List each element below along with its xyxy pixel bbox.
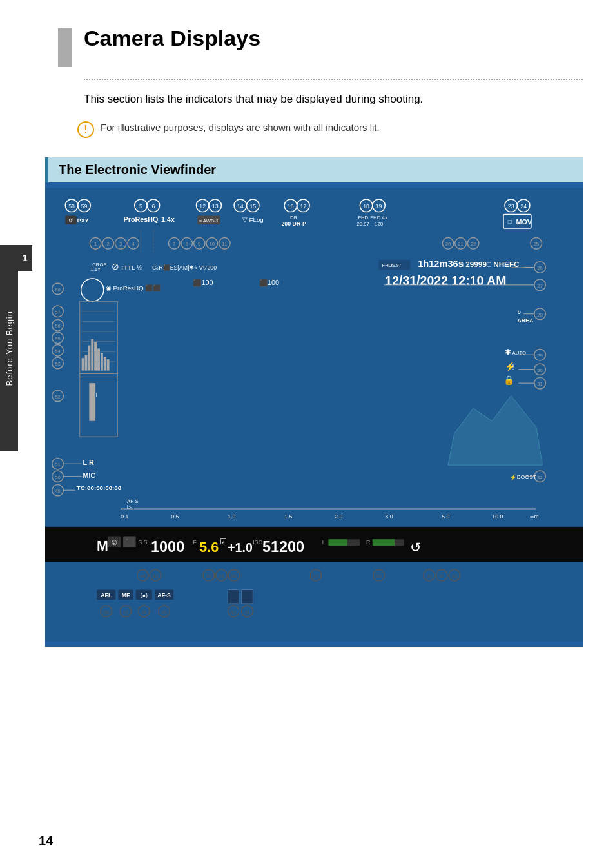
svg-text:45: 45 xyxy=(161,609,167,615)
svg-text:⚡: ⚡ xyxy=(505,361,516,372)
svg-text:C₀R⬛ES[AM]✱≈ V▽200: C₀R⬛ES[AM]✱≈ V▽200 xyxy=(152,264,217,272)
svg-text:60: 60 xyxy=(55,287,61,293)
svg-text:51200: 51200 xyxy=(262,538,304,555)
svg-text:58: 58 xyxy=(68,203,75,210)
svg-text:R: R xyxy=(366,539,370,546)
svg-rect-193 xyxy=(373,540,395,546)
svg-text:39: 39 xyxy=(219,573,224,579)
svg-text:✱: ✱ xyxy=(505,348,511,356)
note-box: ! For illustrative purposes, displays ar… xyxy=(77,121,583,138)
svg-text:38: 38 xyxy=(231,573,237,579)
svg-text:⬛100: ⬛100 xyxy=(193,279,213,287)
svg-text:⬛: ⬛ xyxy=(126,538,134,546)
svg-text:2: 2 xyxy=(106,241,109,247)
svg-text:6: 6 xyxy=(152,203,155,210)
svg-text:16: 16 xyxy=(288,203,294,210)
svg-text:52: 52 xyxy=(55,394,61,400)
svg-text:□: □ xyxy=(508,218,512,225)
svg-text:17: 17 xyxy=(300,203,307,210)
svg-text:54: 54 xyxy=(55,348,61,354)
svg-rect-115 xyxy=(107,359,110,371)
svg-text:15: 15 xyxy=(249,203,256,210)
svg-rect-107 xyxy=(82,358,84,371)
svg-text:🔒: 🔒 xyxy=(503,375,515,386)
svg-text:1.1×: 1.1× xyxy=(90,267,101,273)
svg-text:18: 18 xyxy=(363,203,369,210)
svg-text:7: 7 xyxy=(173,241,175,247)
svg-text:12: 12 xyxy=(199,203,206,210)
svg-text:M: M xyxy=(97,538,108,554)
side-tab-label: Before You Begin xyxy=(5,311,14,386)
svg-text:41: 41 xyxy=(244,609,250,615)
note-text: For illustrative purposes, displays are … xyxy=(101,121,380,135)
svg-text:PXY: PXY xyxy=(77,217,89,224)
svg-text:34: 34 xyxy=(439,573,445,579)
side-number: 1 xyxy=(18,245,32,271)
svg-text:F: F xyxy=(193,539,196,546)
side-tab: Before You Begin xyxy=(0,245,18,451)
viewfinder-diagram: 58 59 ↺ PXY 5 6 ProResHQ 1.4x 12 13 ≈ AW… xyxy=(45,182,583,647)
svg-text:L R: L R xyxy=(83,459,94,466)
svg-text:0.1: 0.1 xyxy=(121,513,128,520)
svg-text:32: 32 xyxy=(537,475,543,480)
svg-text:b: b xyxy=(517,309,520,315)
section-header: The Electronic Viewfinder xyxy=(45,157,583,182)
svg-text:↺: ↺ xyxy=(410,540,422,555)
svg-text:▽ FLog: ▽ FLog xyxy=(242,216,264,223)
svg-text:∞m: ∞m xyxy=(530,513,539,520)
svg-text:DR: DR xyxy=(290,215,298,221)
svg-text:59: 59 xyxy=(81,203,88,210)
svg-text:29.97: 29.97 xyxy=(356,221,369,227)
svg-text:21: 21 xyxy=(458,241,464,247)
svg-text:26: 26 xyxy=(537,266,543,271)
svg-text:47: 47 xyxy=(123,609,129,615)
svg-text:43: 43 xyxy=(153,573,159,579)
svg-text:40: 40 xyxy=(206,573,212,579)
svg-text:23: 23 xyxy=(508,203,514,210)
note-icon: ! xyxy=(77,121,94,138)
svg-text:30: 30 xyxy=(537,368,543,373)
svg-text:22: 22 xyxy=(471,241,476,247)
svg-text:19: 19 xyxy=(376,203,382,210)
page-number: 14 xyxy=(39,834,53,849)
svg-text:L: L xyxy=(322,539,326,546)
svg-text:44: 44 xyxy=(140,573,146,579)
svg-text:49: 49 xyxy=(55,488,61,494)
svg-text:FHD: FHD xyxy=(358,215,368,221)
svg-text:5.0: 5.0 xyxy=(442,513,449,520)
svg-rect-125 xyxy=(89,383,95,421)
svg-text:AF-S: AF-S xyxy=(157,592,171,598)
svg-text:33: 33 xyxy=(451,573,457,579)
svg-text:AUTO: AUTO xyxy=(512,350,527,356)
svg-text:FHD 4x: FHD 4x xyxy=(370,215,387,221)
svg-text:35: 35 xyxy=(426,573,432,579)
svg-text:↺: ↺ xyxy=(68,217,73,224)
viewfinder-svg: 58 59 ↺ PXY 5 6 ProResHQ 1.4x 12 13 ≈ AW… xyxy=(45,182,583,647)
svg-text:120: 120 xyxy=(375,221,384,227)
svg-rect-223 xyxy=(228,590,239,604)
svg-text:25: 25 xyxy=(533,241,539,247)
header-accent xyxy=(58,28,72,67)
svg-text:MF: MF xyxy=(122,592,130,598)
svg-text:≈ AWB-1: ≈ AWB-1 xyxy=(199,218,219,224)
svg-text:48: 48 xyxy=(103,609,109,615)
svg-text:⬛100: ⬛100 xyxy=(259,279,279,287)
svg-text:◉ ProResHQ ⬛⬛: ◉ ProResHQ ⬛⬛ xyxy=(106,284,162,292)
svg-rect-109 xyxy=(88,346,90,371)
svg-text:12/31/2022 12:10 AM: 12/31/2022 12:10 AM xyxy=(385,273,506,288)
svg-text:⊘: ⊘ xyxy=(112,262,119,272)
svg-text:13: 13 xyxy=(212,203,219,210)
svg-text:8: 8 xyxy=(186,241,188,247)
svg-text:TC:00:00:00:00: TC:00:00:00:00 xyxy=(77,484,122,491)
svg-text:31: 31 xyxy=(537,381,543,387)
svg-text:AF-S: AF-S xyxy=(127,498,139,504)
svg-text:1000: 1000 xyxy=(151,538,184,555)
svg-text:☑: ☑ xyxy=(220,537,227,546)
divider xyxy=(84,79,583,80)
svg-text:5.6: 5.6 xyxy=(199,540,219,555)
svg-text:AFL: AFL xyxy=(101,592,112,598)
svg-text:AREA: AREA xyxy=(517,318,534,324)
svg-text:1.0: 1.0 xyxy=(228,513,235,520)
svg-text:⚡BOOST: ⚡BOOST xyxy=(510,473,537,481)
svg-rect-108 xyxy=(85,355,88,370)
